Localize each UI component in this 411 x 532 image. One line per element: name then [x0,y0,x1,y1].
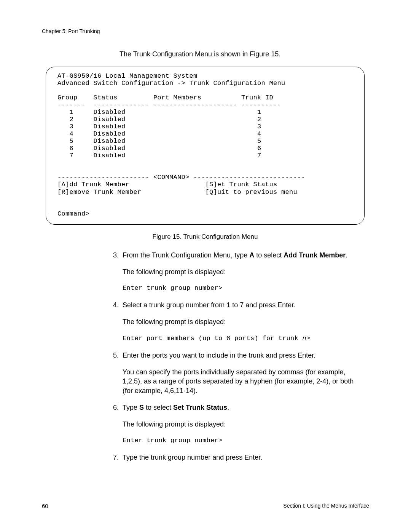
step-text: Type S to select Set Trunk Status. [123,403,362,412]
step-text: Select a trunk group number from 1 to 7 … [123,300,362,310]
step-text: Type the trunk group number and press En… [123,453,362,462]
step-text: Enter the ports you want to include in t… [123,351,362,360]
step-text: The following prompt is displayed: [123,267,362,276]
menu-option: Add Trunk Member [284,251,346,259]
text: From the Trunk Configuration Menu, type [123,251,249,259]
page-footer: 60 Section I: Using the Menus Interface [42,503,369,509]
text: Type [123,404,139,411]
terminal-prompt: Enter trunk group number> [123,284,362,293]
step-number: 5. [105,351,123,395]
page: Chapter 5: Port Trunking The Trunk Confi… [0,0,411,532]
menu-option: Set Trunk Status [173,404,227,411]
terminal-screenshot: AT-GS950/16 Local Management System Adva… [46,67,365,225]
step-7: 7. Type the trunk group number and press… [105,453,362,462]
page-number: 60 [42,503,48,509]
step-list: 3. From the Trunk Configuration Menu, ty… [105,251,362,462]
step-number: 6. [105,403,123,446]
terminal-prompt: Enter trunk group number> [123,436,362,445]
step-number: 3. [105,251,123,293]
text: . [346,251,347,259]
text: to select [144,404,173,411]
step-4: 4. Select a trunk group number from 1 to… [105,300,362,343]
text: to select [254,251,284,259]
figure-caption: Figure 15. Trunk Configuration Menu [46,233,365,241]
step-text: You can specify the ports individually s… [123,367,362,395]
step-text: The following prompt is displayed: [123,420,362,429]
step-number: 4. [105,300,123,343]
section-label: Section I: Using the Menus Interface [283,503,369,509]
terminal-prompt: Enter port members (up to 8 ports) for t… [123,334,362,343]
step-text: From the Trunk Configuration Menu, type … [123,251,362,260]
text: . [227,404,229,411]
key-letter: S [139,404,144,411]
step-3: 3. From the Trunk Configuration Menu, ty… [105,251,362,293]
key-letter: A [249,251,254,259]
step-6: 6. Type S to select Set Trunk Status. Th… [105,403,362,446]
text: Enter port members (up to 8 ports) for t… [123,335,303,342]
intro-text: The Trunk Configuration Menu is shown in… [119,50,369,58]
variable: n [303,335,307,342]
chapter-header: Chapter 5: Port Trunking [42,28,369,34]
step-5: 5. Enter the ports you want to include i… [105,351,362,395]
step-number: 7. [105,453,123,462]
step-text: The following prompt is displayed: [123,317,362,326]
text: > [306,335,311,342]
